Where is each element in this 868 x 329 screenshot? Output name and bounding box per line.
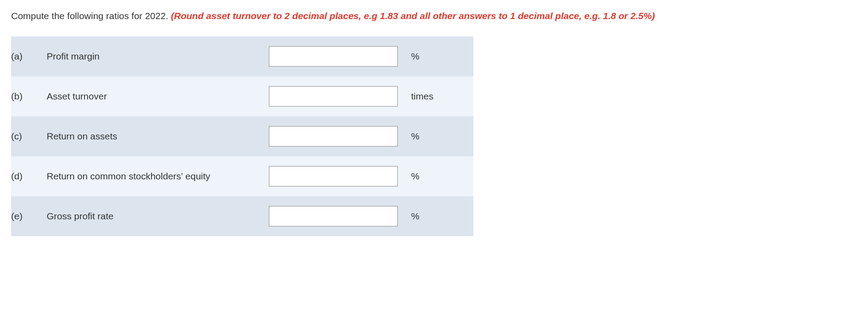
row-name: Gross profit rate	[47, 196, 269, 236]
table-row: (c) Return on assets %	[11, 116, 473, 156]
table-row: (a) Profit margin %	[11, 36, 473, 76]
row-unit: %	[411, 116, 473, 156]
table-row: (e) Gross profit rate %	[11, 196, 473, 236]
asset-turnover-input[interactable]	[269, 86, 398, 107]
row-label: (d)	[11, 156, 47, 196]
row-label: (a)	[11, 36, 47, 76]
row-name: Asset turnover	[47, 76, 269, 116]
row-name: Return on assets	[47, 116, 269, 156]
table-row: (b) Asset turnover times	[11, 76, 473, 116]
row-input-cell	[269, 76, 411, 116]
row-name: Return on common stockholders’ equity	[47, 156, 269, 196]
row-input-cell	[269, 156, 411, 196]
ratio-table: (a) Profit margin % (b) Asset turnover t…	[11, 36, 473, 236]
row-unit: %	[411, 156, 473, 196]
row-label: (e)	[11, 196, 47, 236]
gross-profit-rate-input[interactable]	[269, 206, 398, 226]
row-input-cell	[269, 196, 411, 236]
row-label: (c)	[11, 116, 47, 156]
row-unit: %	[411, 36, 473, 76]
return-on-assets-input[interactable]	[269, 126, 398, 147]
row-input-cell	[269, 36, 411, 76]
instruction-black: Compute the following ratios for 2022.	[11, 11, 171, 21]
row-unit: times	[411, 76, 473, 116]
row-input-cell	[269, 116, 411, 156]
row-unit: %	[411, 196, 473, 236]
row-name: Profit margin	[47, 36, 269, 76]
table-row: (d) Return on common stockholders’ equit…	[11, 156, 473, 196]
instruction-red: (Round asset turnover to 2 decimal place…	[171, 11, 655, 21]
row-label: (b)	[11, 76, 47, 116]
return-on-equity-input[interactable]	[269, 166, 398, 186]
profit-margin-input[interactable]	[269, 46, 398, 67]
instruction-text: Compute the following ratios for 2022. (…	[11, 9, 857, 23]
